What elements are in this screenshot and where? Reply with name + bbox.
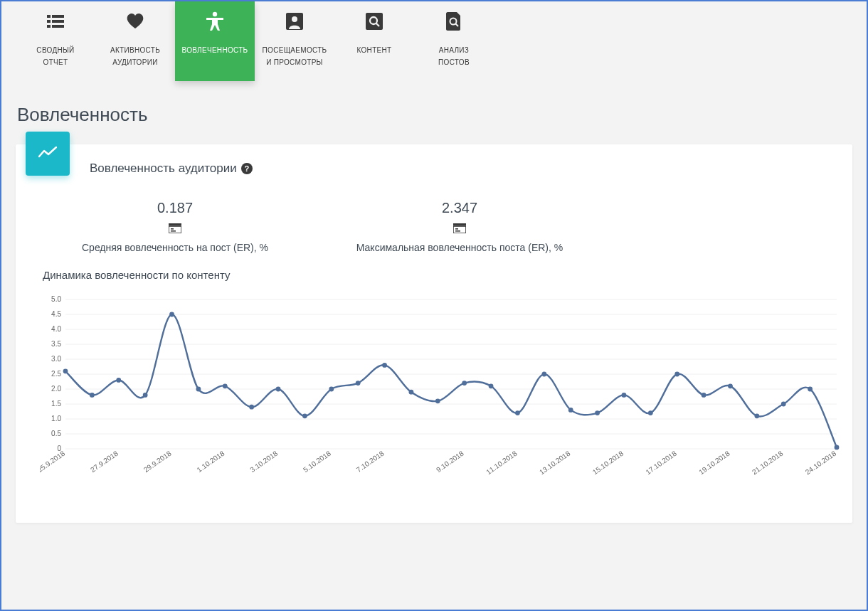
svg-point-60 (90, 393, 95, 398)
tab-label: ПОСЕЩАЕМОСТЬ (263, 44, 327, 56)
tab-label: АКТИВНОСТЬ (110, 44, 160, 56)
svg-rect-20 (455, 228, 458, 230)
svg-point-88 (835, 445, 840, 450)
svg-rect-5 (52, 25, 64, 28)
svg-rect-15 (169, 226, 181, 233)
tab-visits-views[interactable]: ПОСЕЩАЕМОСТЬ И ПРОСМОТРЫ (255, 1, 334, 81)
svg-point-82 (674, 372, 679, 377)
card-badge (26, 132, 70, 176)
svg-point-77 (541, 372, 546, 377)
help-icon[interactable]: ? (241, 163, 253, 174)
svg-point-61 (116, 378, 121, 383)
svg-rect-9 (366, 13, 383, 30)
tab-label: И ПРОСМОТРЫ (266, 56, 323, 68)
svg-point-66 (249, 405, 254, 410)
card-title-text: Вовлеченность аудитории (90, 161, 237, 176)
list-icon (47, 11, 64, 31)
svg-point-87 (808, 387, 813, 392)
svg-text:15.10.2018: 15.10.2018 (591, 449, 625, 476)
svg-point-71 (382, 363, 387, 368)
accessibility-icon (206, 11, 224, 31)
tab-content[interactable]: КОНТЕНТ (334, 1, 414, 81)
svg-point-59 (63, 368, 68, 373)
svg-point-76 (515, 410, 520, 415)
svg-text:4.5: 4.5 (51, 310, 61, 318)
svg-rect-4 (47, 25, 51, 28)
svg-text:2.0: 2.0 (51, 385, 61, 393)
svg-rect-0 (47, 15, 51, 18)
svg-rect-14 (169, 223, 181, 225)
svg-point-64 (196, 387, 201, 392)
svg-text:29.9.2018: 29.9.2018 (142, 449, 173, 474)
stat-value: 2.347 (317, 200, 602, 216)
svg-text:0.5: 0.5 (51, 430, 61, 437)
svg-point-74 (462, 381, 467, 386)
svg-point-75 (489, 383, 494, 388)
svg-point-62 (143, 393, 148, 398)
svg-text:9.10.2018: 9.10.2018 (435, 449, 465, 474)
trend-icon (38, 147, 57, 161)
svg-rect-21 (455, 230, 460, 232)
svg-text:5.0: 5.0 (51, 295, 61, 303)
tab-summary-report[interactable]: СВОДНЫЙ ОТЧЕТ (16, 1, 95, 81)
tab-label: СВОДНЫЙ (36, 44, 74, 56)
svg-text:3.0: 3.0 (51, 355, 61, 363)
svg-point-73 (435, 398, 440, 403)
tab-label: ПОСТОВ (438, 56, 470, 68)
svg-text:13.10.2018: 13.10.2018 (538, 449, 572, 476)
person-square-icon (286, 11, 303, 31)
card-icon (33, 223, 317, 236)
svg-rect-3 (52, 20, 64, 23)
svg-point-79 (595, 410, 600, 415)
engagement-card: Вовлеченность аудитории ? 0.187 Средняя … (16, 144, 852, 523)
tab-audience-activity[interactable]: АКТИВНОСТЬ АУДИТОРИИ (95, 1, 175, 81)
svg-text:4.0: 4.0 (51, 325, 61, 333)
card-title: Вовлеченность аудитории ? (90, 161, 838, 176)
heart-icon (127, 11, 144, 31)
svg-text:7.10.2018: 7.10.2018 (355, 449, 386, 474)
svg-text:1.0: 1.0 (51, 415, 61, 423)
svg-point-65 (223, 383, 228, 388)
tab-label: ВОВЛЕЧЕННОСТЬ (182, 44, 248, 56)
svg-text:11.10.2018: 11.10.2018 (485, 449, 519, 476)
svg-rect-18 (453, 223, 466, 225)
tab-engagement[interactable]: ВОВЛЕЧЕННОСТЬ (175, 1, 255, 81)
svg-point-72 (409, 390, 414, 395)
svg-point-83 (702, 393, 706, 398)
svg-text:17.10.2018: 17.10.2018 (645, 449, 679, 476)
svg-text:3.10.2018: 3.10.2018 (248, 449, 279, 474)
svg-text:1.5: 1.5 (51, 400, 61, 408)
stat-label: Средняя вовлеченность на пост (ER), % (33, 242, 317, 253)
tab-label: ОТЧЕТ (43, 56, 68, 68)
stat-label: Максимальная вовлеченность поста (ER), % (317, 242, 602, 253)
page-title: Вовлеченность (17, 104, 867, 126)
svg-text:25.9.2018: 25.9.2018 (40, 449, 66, 474)
svg-point-69 (329, 387, 334, 392)
svg-text:2.5: 2.5 (51, 370, 61, 378)
stats-row: 0.187 Средняя вовлеченность на пост (ER)… (33, 200, 838, 253)
engagement-chart: 00.51.01.52.02.53.03.54.04.55.025.9.2018… (40, 292, 844, 499)
svg-point-85 (754, 413, 759, 418)
stat-value: 0.187 (33, 200, 317, 216)
svg-rect-17 (171, 230, 176, 232)
tabs-bar: СВОДНЫЙ ОТЧЕТ АКТИВНОСТЬ АУДИТОРИИ ВОВЛЕ… (1, 1, 867, 81)
stat-max-er: 2.347 Максимальная вовлеченность поста (… (317, 200, 602, 253)
svg-point-86 (781, 402, 786, 407)
card-icon (317, 223, 602, 236)
svg-point-6 (213, 12, 217, 16)
svg-point-78 (568, 408, 573, 413)
svg-text:24.10.2018: 24.10.2018 (804, 449, 838, 476)
svg-text:27.9.2018: 27.9.2018 (89, 449, 120, 474)
svg-point-63 (169, 312, 174, 317)
svg-point-68 (302, 413, 307, 418)
svg-text:1.10.2018: 1.10.2018 (196, 449, 226, 474)
svg-point-67 (276, 387, 281, 392)
svg-rect-2 (47, 20, 51, 23)
svg-point-8 (292, 16, 297, 22)
svg-point-81 (648, 410, 653, 415)
svg-text:3.5: 3.5 (51, 340, 61, 348)
tab-label: АНАЛИЗ (439, 44, 469, 56)
tab-post-analysis[interactable]: АНАЛИЗ ПОСТОВ (414, 1, 494, 81)
svg-text:19.10.2018: 19.10.2018 (697, 449, 731, 476)
zoom-square-icon (366, 11, 383, 31)
